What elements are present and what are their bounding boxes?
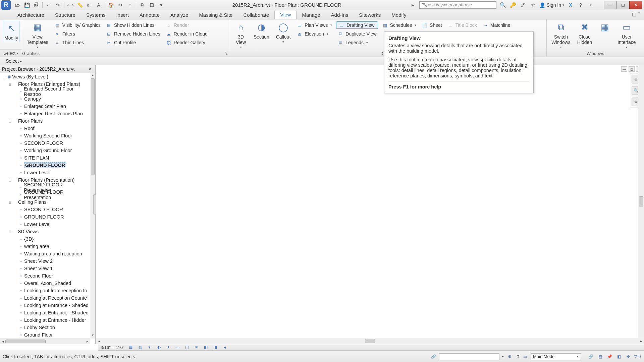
section-icon[interactable]: ✂	[117, 2, 124, 8]
sunpath-icon[interactable]: ☀	[147, 345, 153, 350]
tree-node[interactable]: ⊟◉Views (By Level)	[0, 73, 90, 80]
legends-button[interactable]: ▤Legends▾	[336, 39, 378, 46]
tab-architecture[interactable]: Architecture	[12, 11, 50, 19]
designoption-icon[interactable]: ▭	[522, 354, 528, 360]
tree-node[interactable]: ⊟Floor Plans	[0, 117, 90, 125]
crop-icon[interactable]: ▭	[175, 345, 181, 350]
tree-node[interactable]: ▫Roof	[0, 125, 90, 132]
sel-link-icon[interactable]: 🔗	[587, 354, 594, 360]
sel-face-icon[interactable]: ◧	[615, 354, 623, 360]
tab-insert[interactable]: Insert	[111, 11, 134, 19]
reveal-icon[interactable]: ◨	[212, 345, 218, 350]
scroll-thumb[interactable]	[91, 78, 95, 175]
splitter[interactable]	[93, 194, 96, 215]
tree-node[interactable]: ▫Looking at Entrance - Hidder	[0, 316, 90, 324]
key-icon[interactable]: 🔑	[509, 1, 517, 9]
tab-manage[interactable]: Manage	[297, 11, 325, 19]
tab-modify[interactable]: Modify	[386, 11, 412, 19]
tree-node[interactable]: ▫Working Ground Floor	[0, 147, 90, 154]
tab-analyze[interactable]: Analyze	[165, 11, 194, 19]
tree-node[interactable]: ▫Enlarged Second Floor Restroo	[0, 88, 90, 95]
thinlines-icon[interactable]: ≡	[126, 2, 133, 8]
sel-underlay-icon[interactable]: ▨	[596, 354, 604, 360]
switch-windows-button[interactable]: ⧉Switch Windows	[549, 21, 573, 50]
undo-icon[interactable]: ↶	[45, 2, 52, 8]
dim-icon[interactable]: ⟷	[67, 2, 74, 8]
tree-node[interactable]: ▫Lower Level	[0, 221, 90, 228]
more-icon[interactable]: ◂	[222, 345, 228, 350]
search-go-icon[interactable]: ▸	[409, 1, 417, 9]
app-icon[interactable]: R	[1, 0, 11, 10]
design-option-dropdown[interactable]: Main Model	[531, 353, 581, 360]
title-block-button[interactable]: ▭Title Block	[446, 21, 478, 29]
scroll-down-icon[interactable]: ▾	[90, 333, 95, 339]
view-canvas[interactable]: — ◻ ✕ ⊕ 🔍 ✥ ◂ ▸	[96, 65, 644, 344]
browser-hscroll[interactable]: ◂ ▸	[0, 339, 90, 344]
tree-node[interactable]: ▫SECOND FLOOR	[0, 139, 90, 147]
star-icon[interactable]: ☆	[529, 1, 537, 9]
tab-structure[interactable]: Structure	[50, 11, 81, 19]
scroll-right-icon[interactable]: ▸	[85, 339, 90, 344]
scroll-up-icon[interactable]: ▴	[90, 73, 95, 78]
cut-profile-button[interactable]: ✂Cut Profile	[105, 39, 162, 46]
workset-field[interactable]	[439, 353, 499, 360]
render-button[interactable]: ☼Render	[164, 21, 209, 29]
tree-node[interactable]: ▫wating area	[0, 243, 90, 250]
tree-node[interactable]: ▫Sheet View 2	[0, 257, 90, 265]
closehidden-icon[interactable]: ⧉	[139, 2, 146, 8]
tree-node[interactable]: ▫Lower Level	[0, 169, 90, 176]
tree-node[interactable]: ▫GROUND FLOOR	[0, 213, 90, 221]
view-hscroll[interactable]: ◂ ▸	[96, 338, 644, 344]
text-icon[interactable]: A	[95, 2, 102, 8]
dialog-launcher-icon[interactable]: ↘	[225, 51, 228, 56]
browser-close-icon[interactable]: ✕	[87, 66, 93, 72]
sheet-button[interactable]: 📄Sheet	[420, 21, 443, 29]
tag-icon[interactable]: 🏷	[86, 2, 93, 8]
tree-node[interactable]: ▫Overall Axon_Shaded	[0, 280, 90, 287]
ribbon-panel-toggle-dd[interactable]: ▾	[638, 11, 640, 17]
tile-button[interactable]: ▦	[597, 21, 613, 40]
tree-node[interactable]: ▫SITE PLAN	[0, 154, 90, 162]
close-button[interactable]: ✕	[629, 1, 642, 9]
detail-level-icon[interactable]: ▦	[128, 345, 134, 350]
view-vscroll[interactable]	[638, 65, 644, 338]
tree-node[interactable]: ▫SECOND FLOOR	[0, 206, 90, 213]
maximize-button[interactable]: ◻	[616, 1, 629, 9]
ribbon-panel-toggle-icon[interactable]: ◫	[632, 11, 636, 17]
worksets-icon[interactable]: 🔗	[430, 354, 436, 360]
matchline-button[interactable]: ⇢Matchline	[481, 21, 512, 29]
tree-node[interactable]: ▫{3D}	[0, 235, 90, 243]
open-icon[interactable]: 🗁	[14, 2, 21, 8]
redo-icon[interactable]: ↷	[55, 2, 61, 8]
tree-node[interactable]: ▫Enlarged Rest Rooms Plan	[0, 110, 90, 117]
view-templates-button[interactable]: ▦ View Templates	[25, 21, 50, 50]
plan-views-button[interactable]: ▭Plan Views▾	[295, 21, 333, 29]
minimize-button[interactable]: —	[604, 1, 616, 9]
sync-icon[interactable]: 🗐	[33, 2, 40, 8]
tab-annotate[interactable]: Annotate	[134, 11, 165, 19]
unhide-icon[interactable]: 👁	[194, 345, 200, 350]
user-interface-button[interactable]: ▭User Interface	[615, 21, 638, 50]
default3d-icon[interactable]: 🏠	[108, 2, 114, 8]
tree-node[interactable]: ▫GROUND FLOOR	[0, 162, 90, 169]
hscroll-thumb[interactable]	[5, 340, 46, 343]
editable-icon[interactable]: ⚙	[506, 354, 513, 360]
tab-massing[interactable]: Massing & Site	[194, 11, 238, 19]
view-vthumb[interactable]	[639, 196, 643, 206]
3d-view-button[interactable]: ⌂3D View	[233, 21, 249, 50]
schedules-button[interactable]: ▦Schedules▾	[381, 21, 418, 29]
scale-value[interactable]: 3/16" = 1'-0"	[101, 345, 124, 350]
temphide-icon[interactable]: ◧	[203, 345, 209, 350]
remove-hidden-lines-button[interactable]: ⊟Remove Hidden Lines	[105, 30, 162, 38]
render-gallery-button[interactable]: 🖼Render Gallery	[164, 39, 209, 46]
visual-style-icon[interactable]: ◍	[137, 345, 143, 350]
measure-icon[interactable]: 📏	[76, 2, 83, 8]
help-icon[interactable]: ?	[577, 1, 584, 9]
duplicate-view-button[interactable]: ⧉Duplicate View	[336, 30, 378, 38]
crop-region-icon[interactable]: ▢	[184, 345, 190, 350]
search-icon[interactable]: 🔍	[499, 1, 506, 9]
callout-button[interactable]: ◯Callout	[274, 21, 293, 44]
modify-button[interactable]: ↖ Modify	[3, 21, 20, 42]
tree-node[interactable]: ▫Lobby Section	[0, 324, 90, 331]
tab-addins[interactable]: Add-Ins	[326, 11, 354, 19]
